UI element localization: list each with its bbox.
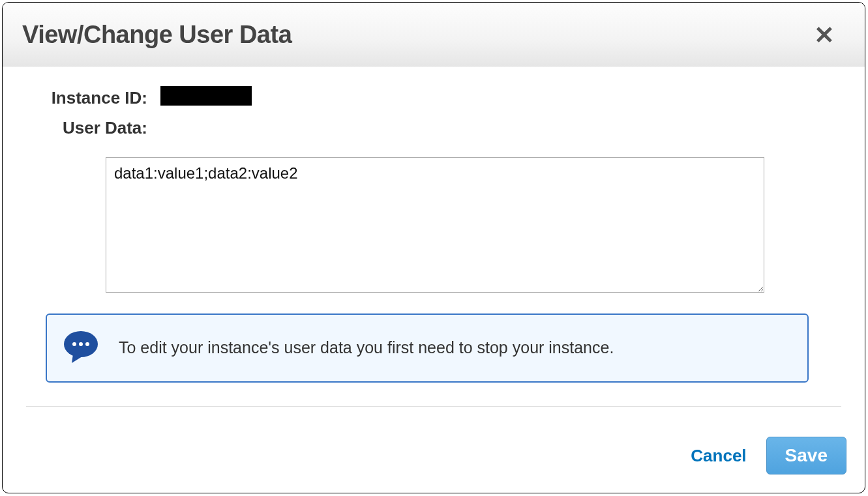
- svg-point-3: [85, 342, 89, 346]
- user-data-textarea[interactable]: [106, 157, 764, 293]
- info-message: To edit your instance's user data you fi…: [119, 338, 614, 357]
- instance-id-label: Instance ID:: [26, 86, 160, 109]
- instance-id-redacted: [160, 86, 252, 106]
- speech-bubble-icon: [63, 330, 99, 366]
- cancel-button[interactable]: Cancel: [687, 439, 750, 473]
- instance-id-value: [160, 86, 841, 106]
- dialog-header: View/Change User Data ✕: [3, 3, 865, 66]
- footer-divider: [26, 406, 841, 407]
- svg-point-1: [72, 342, 76, 346]
- dialog-title: View/Change User Data: [22, 21, 292, 49]
- dialog-body: Instance ID: User Data: To edit your ins…: [3, 66, 865, 424]
- info-box: To edit your instance's user data you fi…: [46, 314, 809, 383]
- dialog-footer: Cancel Save: [3, 424, 865, 493]
- save-button[interactable]: Save: [766, 437, 846, 474]
- user-data-dialog: View/Change User Data ✕ Instance ID: Use…: [2, 2, 865, 493]
- svg-point-2: [79, 342, 83, 346]
- instance-id-row: Instance ID:: [26, 86, 841, 109]
- close-button[interactable]: ✕: [810, 23, 839, 48]
- user-data-row: User Data:: [26, 116, 841, 139]
- user-data-label: User Data:: [26, 116, 160, 139]
